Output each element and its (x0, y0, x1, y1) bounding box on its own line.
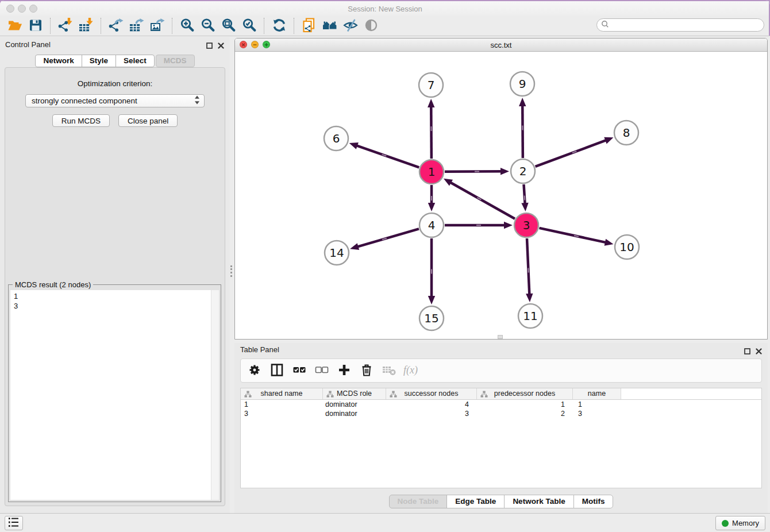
graph-edge-2-8[interactable] (536, 137, 614, 167)
search-input[interactable] (609, 20, 764, 31)
column-header-shared-name[interactable]: shared name (241, 388, 323, 399)
select-all-button[interactable] (291, 362, 307, 379)
import-table-button[interactable] (76, 17, 97, 34)
graph-edge-1-2[interactable] (445, 168, 509, 175)
export-table-icon (129, 18, 144, 34)
add-row-icon (337, 363, 352, 379)
main-toolbar (0, 16, 770, 36)
graph-node-label: 14 (329, 246, 344, 260)
delete-row-button[interactable] (359, 362, 375, 379)
tab-style[interactable]: Style (82, 55, 116, 67)
tree-icon (480, 390, 488, 400)
export-table-button[interactable] (126, 17, 147, 34)
export-image-icon (150, 18, 165, 34)
zoom-out-button[interactable] (198, 17, 218, 34)
task-history-button[interactable] (5, 516, 23, 530)
tab-network-table[interactable]: Network Table (504, 495, 573, 508)
criterion-select[interactable]: strongly connected component (25, 94, 205, 107)
edge-label-mark (522, 125, 523, 130)
graph-node-11[interactable]: 11 (518, 304, 542, 328)
mcds-result-textarea[interactable]: 1 3 (10, 290, 219, 500)
table-row[interactable]: 3dominator323 (241, 409, 761, 418)
graph-node-9[interactable]: 9 (510, 72, 534, 96)
close-table-panel-icon[interactable] (756, 346, 762, 353)
tab-edge-table[interactable]: Edge Table (446, 495, 505, 508)
float-table-panel-icon[interactable] (744, 346, 750, 353)
edge-label-mark (475, 171, 479, 172)
tab-select[interactable]: Select (116, 55, 155, 67)
graph-edge-1-4[interactable] (428, 185, 435, 211)
control-panel: Control Panel NetworkStyleSelectMCDS Opt… (0, 37, 230, 513)
graph-node-14[interactable]: 14 (325, 241, 349, 265)
graph-node-1[interactable]: 1 (419, 160, 444, 184)
first-neighbors-button[interactable] (319, 17, 340, 34)
column-header-mcds-role[interactable]: MCDS role (323, 388, 386, 399)
tab-network[interactable]: Network (35, 55, 82, 67)
save-session-button[interactable] (25, 17, 46, 34)
tab-mcds[interactable]: MCDS (156, 55, 195, 67)
canvas-scroll-grip[interactable] (498, 335, 503, 339)
search-box (596, 18, 764, 32)
graph-edge-3-11[interactable] (526, 238, 533, 302)
close-panel-icon[interactable] (218, 41, 224, 47)
table-cell: 1 (573, 400, 621, 409)
float-panel-icon[interactable] (206, 41, 213, 47)
column-header-name[interactable]: name (573, 388, 621, 399)
network-window-titlebar[interactable]: scc.txt (235, 38, 767, 52)
split-columns-button[interactable] (269, 362, 285, 379)
network-canvas[interactable]: 7968124314101511 (235, 52, 767, 340)
graph-edge-2-9[interactable] (519, 98, 526, 158)
import-network-icon (58, 18, 73, 34)
graph-node-4[interactable]: 4 (419, 213, 444, 237)
graph-node-7[interactable]: 7 (419, 73, 443, 97)
graph-node-6[interactable]: 6 (324, 126, 348, 151)
graph-edge-3-1[interactable] (444, 179, 515, 219)
result-scrollbar[interactable] (211, 290, 219, 500)
zoom-selected-icon (242, 18, 257, 34)
column-header-label: name (588, 390, 606, 398)
zoom-selected-button[interactable] (239, 17, 260, 34)
graph-edge-4-3[interactable] (445, 222, 513, 229)
zoom-fit-button[interactable] (218, 17, 239, 34)
graph-node-3[interactable]: 3 (514, 213, 538, 237)
zoom-in-button[interactable] (177, 17, 198, 34)
toolbar-separator (294, 18, 295, 34)
refresh-layout-button[interactable] (269, 17, 290, 34)
hide-selected-button[interactable] (340, 17, 361, 34)
graph-edge-4-14[interactable] (350, 229, 419, 250)
graph-edge-4-15[interactable] (428, 238, 435, 304)
open-session-button[interactable] (5, 17, 25, 34)
deselect-all-button[interactable] (314, 362, 330, 379)
graph-node-8[interactable]: 8 (614, 121, 638, 145)
show-all-button[interactable] (361, 17, 382, 34)
import-network-button[interactable] (55, 17, 76, 34)
tab-node-table[interactable]: Node Table (389, 495, 448, 508)
run-mcds-button[interactable]: Run MCDS (52, 114, 110, 127)
tab-motifs[interactable]: Motifs (573, 495, 614, 508)
export-network-button[interactable] (106, 17, 126, 34)
memory-button[interactable]: Memory (715, 516, 765, 530)
table-cell: 1 (477, 400, 573, 409)
graph-edge-3-10[interactable] (539, 228, 613, 246)
graph-node-15[interactable]: 15 (419, 306, 444, 330)
close-panel-button[interactable]: Close panel (118, 114, 178, 127)
add-row-button[interactable] (336, 362, 352, 379)
clone-network-button[interactable] (299, 17, 319, 34)
graph-edge-2-3[interactable] (521, 184, 528, 211)
column-header-successor-nodes[interactable]: successor nodes (386, 388, 477, 399)
graph-node-label: 3 (523, 218, 530, 232)
refresh-layout-icon (272, 18, 287, 34)
graph-node-2[interactable]: 2 (511, 159, 535, 183)
graph-edge-1-7[interactable] (428, 99, 434, 159)
graph-node-label: 4 (428, 218, 436, 232)
panel-splitter-handle[interactable] (230, 265, 234, 277)
settings-gear-button[interactable] (247, 362, 263, 379)
export-image-button[interactable] (147, 17, 168, 34)
application-window: Session: New Session Control Panel Netwo… (0, 0, 770, 532)
criterion-value: strongly connected component (32, 97, 194, 105)
graph-node-10[interactable]: 10 (615, 235, 639, 259)
table-row[interactable]: 1dominator411 (241, 400, 761, 409)
graph-edge-1-6[interactable] (349, 142, 419, 167)
edge-label-mark (476, 225, 481, 226)
column-header-predecessor-nodes[interactable]: predecessor nodes (477, 388, 573, 399)
